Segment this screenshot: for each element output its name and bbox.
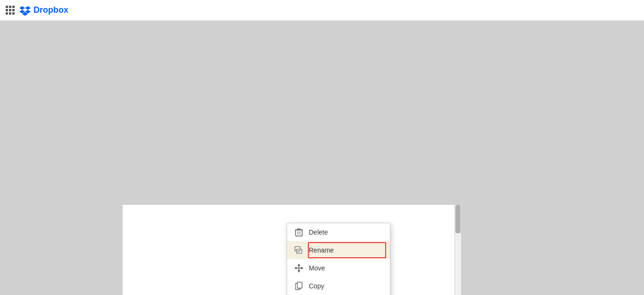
scrollbar[interactable] bbox=[454, 205, 461, 295]
copy-icon bbox=[295, 282, 303, 290]
svg-marker-11 bbox=[297, 270, 300, 272]
svg-rect-15 bbox=[297, 282, 302, 288]
rename-label: Rename bbox=[309, 246, 334, 254]
move-label: Move bbox=[309, 264, 325, 272]
dropbox-logo[interactable]: Dropbox bbox=[19, 5, 68, 16]
context-menu: Delete Rename bbox=[287, 223, 390, 295]
app-title: Dropbox bbox=[33, 5, 68, 15]
context-menu-item-delete[interactable]: Delete bbox=[287, 223, 390, 241]
copy-label: Copy bbox=[309, 282, 324, 290]
context-menu-item-copy[interactable]: Copy bbox=[287, 277, 390, 295]
trash-icon bbox=[295, 228, 303, 236]
header-bar: Dropbox bbox=[0, 0, 644, 21]
move-icon bbox=[295, 264, 303, 272]
svg-rect-0 bbox=[296, 230, 302, 236]
context-menu-item-move[interactable]: Move bbox=[287, 259, 390, 277]
scrollbar-thumb[interactable] bbox=[455, 205, 461, 233]
svg-rect-5 bbox=[297, 249, 302, 253]
svg-marker-12 bbox=[295, 267, 297, 270]
apps-grid-icon[interactable] bbox=[6, 6, 15, 15]
delete-label: Delete bbox=[309, 228, 328, 236]
svg-marker-10 bbox=[297, 264, 300, 266]
svg-marker-13 bbox=[301, 267, 303, 270]
main-content-area: Delete Rename bbox=[0, 21, 644, 295]
dropbox-svg-icon bbox=[19, 5, 31, 16]
context-menu-item-rename[interactable]: Rename bbox=[287, 241, 390, 259]
rename-icon bbox=[295, 246, 303, 254]
